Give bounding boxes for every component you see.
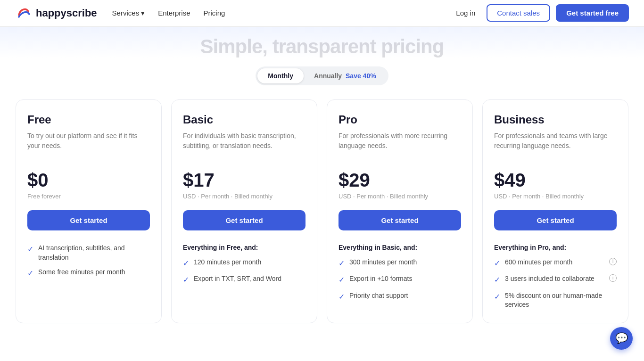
- hero-section: Simple, transparent pricing: [0, 27, 644, 58]
- feature-list-business: ✓ 600 minutes per month i ✓ 3 users incl…: [494, 258, 617, 310]
- feature-item: ✓ 3 users included to collaborate i: [494, 274, 617, 285]
- feature-row: 300 minutes per month: [349, 258, 461, 267]
- chevron-down-icon: ▾: [141, 9, 145, 17]
- logo-text: happyscribe: [36, 7, 97, 19]
- feature-row: AI transcription, subtitles, and transla…: [38, 244, 150, 262]
- plan-name-free: Free: [27, 113, 150, 126]
- plan-description-basic: For individuals with basic transcription…: [183, 131, 305, 159]
- feature-row: Export in TXT, SRT, and Word: [194, 274, 305, 284]
- nav-link-pricing[interactable]: Pricing: [204, 9, 225, 17]
- check-icon: ✓: [494, 275, 500, 285]
- nav-link-enterprise[interactable]: Enterprise: [158, 9, 190, 17]
- feature-item: ✓ 600 minutes per month i: [494, 258, 617, 269]
- check-icon: ✓: [27, 244, 33, 254]
- annually-toggle-button[interactable]: Annually Save 40%: [304, 68, 387, 83]
- monthly-toggle-button[interactable]: Monthly: [257, 68, 304, 83]
- check-icon: ✓: [27, 268, 33, 279]
- plan-price-pro: $29: [339, 170, 461, 191]
- feature-row: 3 users included to collaborate i: [505, 274, 617, 284]
- feature-item: ✓ Export in TXT, SRT, and Word: [183, 274, 305, 285]
- plan-name-pro: Pro: [339, 113, 461, 126]
- nav-link-services[interactable]: Services ▾: [112, 9, 145, 17]
- plan-description-pro: For professionals with more recurring la…: [339, 131, 461, 159]
- feature-item: ✓ 300 minutes per month: [339, 258, 461, 269]
- feature-row: Export in +10 formats: [349, 274, 461, 284]
- feature-row: Priority chat support: [349, 291, 461, 301]
- plan-card-basic: Basic For individuals with basic transcr…: [171, 99, 317, 323]
- feature-item: ✓ AI transcription, subtitles, and trans…: [27, 244, 150, 262]
- contact-sales-button[interactable]: Contact sales: [487, 4, 550, 22]
- pricing-grid: Free To try out our platform and see if …: [16, 99, 628, 323]
- features-heading-basic: Everything in Free, and:: [183, 244, 305, 251]
- billing-toggle-wrapper: Monthly Annually Save 40%: [0, 58, 644, 99]
- nav-right: Log in Contact sales Get started free: [450, 4, 629, 22]
- check-icon: ✓: [183, 275, 189, 285]
- plan-name-business: Business: [494, 113, 617, 126]
- chat-icon: 💬: [615, 332, 628, 345]
- feature-item: ✓ Export in +10 formats: [339, 274, 461, 285]
- pricing-section: Free To try out our platform and see if …: [0, 99, 644, 352]
- plan-price-basic: $17: [183, 170, 305, 191]
- feature-list-free: ✓ AI transcription, subtitles, and trans…: [27, 244, 150, 279]
- check-icon: ✓: [339, 258, 345, 269]
- plan-billing-business: USD · Per month · Billed monthly: [494, 193, 617, 200]
- feature-item: ✓ 120 minutes per month: [183, 258, 305, 269]
- login-button[interactable]: Log in: [450, 5, 481, 21]
- plan-name-basic: Basic: [183, 113, 305, 126]
- check-icon: ✓: [339, 292, 345, 302]
- get-started-nav-button[interactable]: Get started free: [556, 4, 629, 22]
- check-icon: ✓: [494, 292, 500, 302]
- plan-billing-pro: USD · Per month · Billed monthly: [339, 193, 461, 200]
- feature-list-pro: ✓ 300 minutes per month ✓ Export in +10 …: [339, 258, 461, 302]
- nav-left: happyscribe Services ▾ Enterprise Pricin…: [15, 5, 225, 22]
- plan-billing-free: Free forever: [27, 193, 150, 200]
- logo[interactable]: happyscribe: [15, 5, 97, 22]
- plan-cta-business[interactable]: Get started: [494, 210, 617, 230]
- chat-bubble-button[interactable]: 💬: [610, 327, 633, 350]
- plan-cta-free[interactable]: Get started: [27, 210, 150, 230]
- billing-toggle: Monthly Annually Save 40%: [256, 66, 388, 85]
- feature-item: ✓ Some free minutes per month: [27, 268, 150, 279]
- plan-description-free: To try out our platform and see if it fi…: [27, 131, 150, 159]
- feature-row: 120 minutes per month: [194, 258, 305, 267]
- plan-card-business: Business For professionals and teams wit…: [482, 99, 628, 323]
- check-icon: ✓: [183, 258, 189, 269]
- plan-cta-basic[interactable]: Get started: [183, 210, 305, 230]
- plan-description-business: For professionals and teams with large r…: [494, 131, 617, 159]
- nav-links: Services ▾ Enterprise Pricing: [112, 9, 225, 17]
- info-icon[interactable]: i: [609, 274, 617, 282]
- plan-card-free: Free To try out our platform and see if …: [16, 99, 162, 323]
- feature-row: 5% discount on our human-made services: [505, 291, 617, 310]
- feature-item: ✓ 5% discount on our human-made services: [494, 291, 617, 310]
- navigation: happyscribe Services ▾ Enterprise Pricin…: [0, 0, 644, 26]
- plan-card-pro: Pro For professionals with more recurrin…: [327, 99, 473, 323]
- logo-icon: [15, 5, 32, 22]
- save-badge: Save 40%: [346, 72, 376, 80]
- feature-row: 600 minutes per month i: [505, 258, 617, 267]
- plan-cta-pro[interactable]: Get started: [339, 210, 461, 230]
- plan-price-free: $0: [27, 170, 150, 191]
- feature-row: Some free minutes per month: [38, 268, 150, 277]
- feature-item: ✓ Priority chat support: [339, 291, 461, 302]
- plan-billing-basic: USD · Per month · Billed monthly: [183, 193, 305, 200]
- feature-list-basic: ✓ 120 minutes per month ✓ Export in TXT,…: [183, 258, 305, 286]
- features-heading-business: Everything in Pro, and:: [494, 244, 617, 251]
- check-icon: ✓: [339, 275, 345, 285]
- hero-title: Simple, transparent pricing: [0, 35, 644, 58]
- features-heading-pro: Everything in Basic, and:: [339, 244, 461, 251]
- plan-price-business: $49: [494, 170, 617, 191]
- info-icon[interactable]: i: [609, 258, 617, 265]
- check-icon: ✓: [494, 258, 500, 269]
